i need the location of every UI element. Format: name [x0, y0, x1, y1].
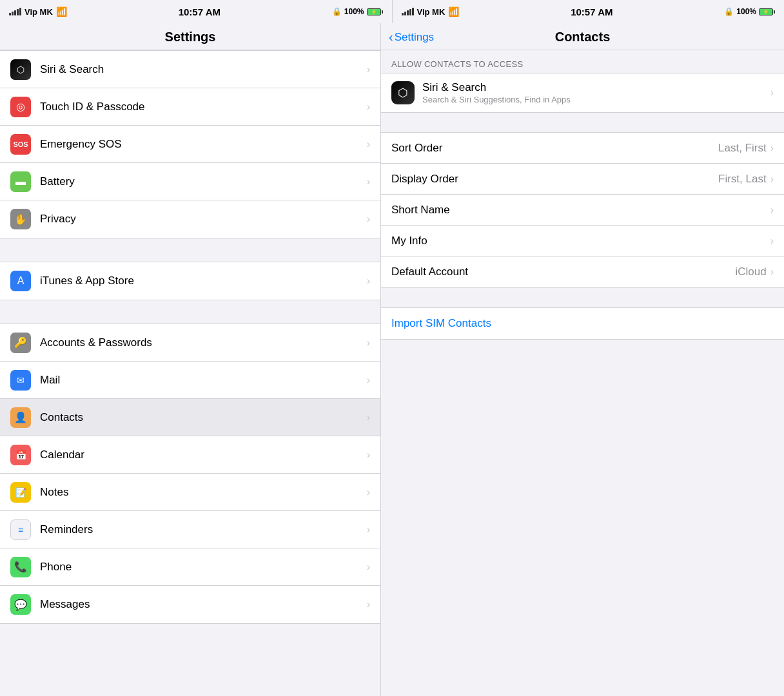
- accounts-icon: 🔑: [10, 333, 31, 353]
- chevron-icon: ›: [367, 139, 370, 150]
- settings-list: ⬡ Siri & Search › ◎ Touch ID & Passcode …: [0, 50, 380, 696]
- notes-label: Notes: [40, 486, 367, 499]
- chevron-icon: ›: [367, 337, 370, 349]
- allow-access-header: ALLOW CONTACTS TO ACCESS: [381, 50, 784, 73]
- settings-row-sos[interactable]: SOS Emergency SOS ›: [0, 126, 380, 163]
- section-group-1: ⬡ Siri & Search › ◎ Touch ID & Passcode …: [0, 50, 380, 238]
- phone-label: Phone: [40, 561, 367, 574]
- left-battery-pct: 100%: [344, 7, 364, 16]
- left-battery-group: 🔒 100% ⚡: [332, 7, 383, 16]
- settings-title: Settings: [165, 30, 216, 44]
- left-battery-icon: 🔒: [332, 7, 342, 16]
- back-button[interactable]: ‹ Settings: [389, 30, 434, 44]
- right-carrier: Vip MK: [417, 7, 446, 17]
- left-status: Vip MK 📶 10:57 AM 🔒 100% ⚡: [0, 0, 392, 23]
- back-chevron-icon: ‹: [389, 30, 393, 44]
- battery-row-icon: ▬: [10, 171, 31, 192]
- settings-row-siri[interactable]: ⬡ Siri & Search ›: [0, 51, 380, 88]
- settings-row-messages[interactable]: 💬 Messages ›: [0, 586, 380, 623]
- contacts-title: Contacts: [555, 30, 611, 44]
- right-battery-group: 🔒 100% ⚡: [724, 7, 775, 16]
- siri-icon: ⬡: [10, 59, 31, 80]
- settings-panel: Settings ⬡ Siri & Search › ◎ Touch ID & …: [0, 23, 380, 696]
- default-account-value: iCloud: [735, 266, 766, 278]
- contacts-siri-row[interactable]: ⬡ Siri & Search Search & Siri Suggestion…: [381, 73, 784, 112]
- section-group-2: A iTunes & App Store ›: [0, 262, 380, 300]
- default-account-label: Default Account: [391, 266, 735, 278]
- chevron-icon: ›: [770, 204, 774, 216]
- settings-row-appstore[interactable]: A iTunes & App Store ›: [0, 262, 380, 300]
- my-info-row[interactable]: My Info ›: [381, 226, 784, 256]
- settings-header: Settings: [0, 23, 380, 50]
- left-carrier: Vip MK: [24, 7, 53, 17]
- phone-icon: 📞: [10, 557, 31, 577]
- siri-label: Siri & Search: [40, 63, 367, 76]
- chevron-icon: ›: [367, 213, 370, 225]
- chevron-icon: ›: [770, 173, 774, 185]
- mail-label: Mail: [40, 374, 367, 387]
- section-gap-right-1: [381, 113, 784, 132]
- contacts-siri-icon: ⬡: [391, 81, 415, 104]
- reminders-label: Reminders: [40, 523, 367, 536]
- wifi-icon: 📶: [56, 6, 67, 17]
- settings-row-phone[interactable]: 📞 Phone ›: [0, 548, 380, 586]
- chevron-icon: ›: [770, 87, 774, 99]
- section-gap-right-2: [381, 288, 784, 307]
- display-order-label: Display Order: [391, 173, 718, 186]
- contacts-siri-text: Siri & Search Search & Siri Suggestions,…: [422, 81, 770, 104]
- short-name-label: Short Name: [391, 204, 770, 217]
- mail-icon: ✉: [10, 370, 31, 391]
- sort-order-row[interactable]: Sort Order Last, First ›: [381, 133, 784, 164]
- right-status: Vip MK 📶 10:57 AM 🔒 100% ⚡: [392, 0, 785, 23]
- battery-icon-right: ⚡: [759, 8, 775, 15]
- appstore-icon: A: [10, 271, 31, 291]
- settings-row-accounts[interactable]: 🔑 Accounts & Passwords ›: [0, 324, 380, 362]
- section-gap-2: [0, 300, 380, 324]
- settings-row-privacy[interactable]: ✋ Privacy ›: [0, 200, 380, 238]
- chevron-icon: ›: [367, 374, 370, 386]
- chevron-icon: ›: [367, 101, 370, 113]
- chevron-icon: ›: [770, 142, 774, 154]
- chevron-icon: ›: [770, 235, 774, 247]
- reminders-icon: ≡: [10, 519, 31, 540]
- display-order-row[interactable]: Display Order First, Last ›: [381, 164, 784, 195]
- notes-icon: 📝: [10, 482, 31, 503]
- contacts-icon: 👤: [10, 407, 31, 428]
- settings-row-calendar[interactable]: 📅 Calendar ›: [0, 436, 380, 474]
- import-label: Import SIM Contacts: [391, 317, 491, 330]
- right-time: 10:57 AM: [571, 6, 612, 17]
- sort-order-value: Last, First: [718, 142, 767, 155]
- default-account-row[interactable]: Default Account iCloud ›: [381, 256, 784, 287]
- chevron-icon: ›: [367, 449, 370, 461]
- import-row[interactable]: Import SIM Contacts: [381, 308, 784, 339]
- display-order-value: First, Last: [718, 173, 767, 186]
- contacts-settings-group: Sort Order Last, First › Display Order F…: [381, 132, 784, 288]
- right-carrier-signal: Vip MK 📶: [402, 6, 460, 17]
- accounts-label: Accounts & Passwords: [40, 336, 367, 349]
- settings-row-notes[interactable]: 📝 Notes ›: [0, 474, 380, 511]
- contacts-header: ‹ Settings Contacts: [381, 23, 784, 50]
- right-signal-icon: [402, 8, 414, 15]
- allow-contacts-group: ⬡ Siri & Search Search & Siri Suggestion…: [381, 73, 784, 113]
- chevron-icon: ›: [367, 64, 370, 75]
- settings-row-mail[interactable]: ✉ Mail ›: [0, 362, 380, 399]
- touchid-label: Touch ID & Passcode: [40, 101, 367, 113]
- chevron-icon: ›: [367, 487, 370, 498]
- settings-row-reminders[interactable]: ≡ Reminders ›: [0, 511, 380, 548]
- section-gap-1: [0, 238, 380, 262]
- short-name-row[interactable]: Short Name ›: [381, 195, 784, 226]
- right-battery-pct: 100%: [736, 7, 756, 16]
- settings-row-touchid[interactable]: ◎ Touch ID & Passcode ›: [0, 88, 380, 126]
- status-bar: Vip MK 📶 10:57 AM 🔒 100% ⚡: [0, 0, 784, 23]
- battery-icon-left: ⚡: [367, 8, 383, 15]
- chevron-icon: ›: [367, 412, 370, 423]
- my-info-label: My Info: [391, 235, 770, 247]
- chevron-icon: ›: [770, 266, 774, 278]
- contacts-content: ALLOW CONTACTS TO ACCESS ⬡ Siri & Search…: [381, 50, 784, 696]
- calendar-icon: 📅: [10, 445, 31, 465]
- signal-icon: [9, 8, 21, 15]
- settings-row-battery[interactable]: ▬ Battery ›: [0, 163, 380, 200]
- chevron-icon: ›: [367, 561, 370, 573]
- privacy-label: Privacy: [40, 213, 367, 226]
- settings-row-contacts[interactable]: 👤 Contacts ›: [0, 399, 380, 436]
